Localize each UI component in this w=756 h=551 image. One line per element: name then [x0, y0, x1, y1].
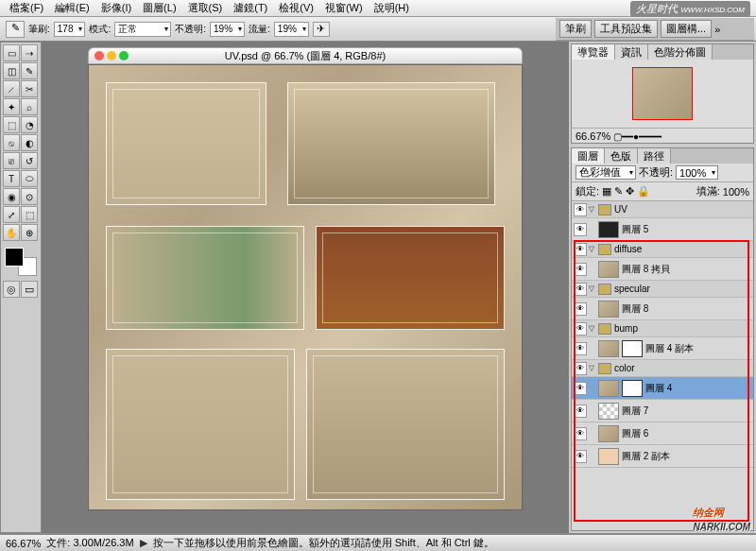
opacity-dropdown[interactable]: 19%: [210, 22, 245, 37]
tool-20[interactable]: ✋: [3, 224, 20, 241]
layer-group[interactable]: 👁▽specular: [572, 281, 753, 298]
color-swatches[interactable]: [3, 246, 39, 278]
layer-row[interactable]: 👁圖層 4: [572, 377, 753, 400]
tab-channels[interactable]: 色版: [605, 148, 638, 164]
tool-11[interactable]: ◐: [21, 134, 38, 151]
tool-4[interactable]: ⟋: [3, 80, 20, 97]
visibility-icon[interactable]: 👁: [574, 382, 587, 395]
layer-group[interactable]: 👁▽color: [572, 360, 753, 377]
menu-window[interactable]: 視窗(W): [319, 1, 369, 15]
status-zoom[interactable]: 66.67%: [6, 538, 41, 549]
tool-17[interactable]: ⊙: [21, 188, 38, 205]
visibility-icon[interactable]: 👁: [574, 427, 587, 440]
flow-dropdown[interactable]: 19%: [274, 22, 309, 37]
visibility-icon[interactable]: 👁: [574, 223, 587, 236]
tab-paths[interactable]: 路徑: [638, 148, 671, 164]
layer-thumb[interactable]: [598, 425, 619, 442]
menu-filter[interactable]: 濾鏡(T): [228, 1, 273, 15]
fold-icon[interactable]: ▽: [589, 364, 598, 372]
tool-13[interactable]: ↺: [21, 152, 38, 169]
tool-12[interactable]: ⎚: [3, 152, 20, 169]
document-titlebar[interactable]: UV.psd @ 66.7% (圖層 4, RGB/8#): [88, 47, 523, 64]
well-brush[interactable]: 筆刷: [559, 20, 592, 38]
layer-blend-dropdown[interactable]: 色彩增值: [576, 165, 636, 180]
tool-0[interactable]: ▭: [3, 44, 20, 61]
fold-icon[interactable]: ▽: [589, 245, 598, 253]
screenmode-icon[interactable]: ▭: [21, 281, 38, 298]
layer-row[interactable]: 👁圖層 8: [572, 298, 753, 320]
quickmask-icon[interactable]: ◎: [3, 281, 20, 298]
layer-mask-thumb[interactable]: [622, 380, 643, 397]
tool-1[interactable]: ⇢: [21, 44, 38, 61]
tool-10[interactable]: ⍉: [3, 134, 20, 151]
layer-thumb[interactable]: [598, 221, 619, 238]
lock-move-icon[interactable]: ✥: [626, 185, 634, 198]
visibility-icon[interactable]: 👁: [574, 302, 587, 316]
tool-2[interactable]: ◫: [3, 62, 20, 79]
visibility-icon[interactable]: 👁: [574, 203, 587, 216]
layer-row[interactable]: 👁圖層 4 副本: [572, 337, 753, 360]
layer-row[interactable]: 👁圖層 7: [572, 400, 753, 422]
layer-group[interactable]: 👁▽diffuse: [572, 241, 753, 258]
layer-group[interactable]: 👁▽bump: [572, 320, 753, 337]
menu-edit[interactable]: 編輯(E): [49, 1, 95, 15]
lock-all-icon[interactable]: 🔒: [637, 185, 650, 198]
tool-19[interactable]: ⬚: [21, 206, 38, 223]
well-comps[interactable]: 圖層構...: [661, 20, 712, 38]
layer-group[interactable]: 👁▽UV: [572, 201, 753, 218]
visibility-icon[interactable]: 👁: [574, 283, 587, 296]
tab-layers[interactable]: 圖層: [572, 148, 605, 164]
layer-thumb[interactable]: [598, 380, 619, 397]
visibility-icon[interactable]: 👁: [574, 342, 587, 355]
lock-paint-icon[interactable]: ✎: [614, 185, 623, 198]
tool-5[interactable]: ✂: [21, 80, 38, 97]
menu-layer[interactable]: 圖層(L): [137, 1, 181, 15]
tool-3[interactable]: ✎: [21, 62, 38, 79]
traffic-lights[interactable]: [94, 51, 129, 60]
layer-thumb[interactable]: [598, 340, 619, 357]
visibility-icon[interactable]: 👁: [574, 322, 587, 336]
menu-file[interactable]: 檔案(F): [4, 1, 49, 15]
layer-opacity-dropdown[interactable]: 100%: [676, 165, 718, 180]
visibility-icon[interactable]: 👁: [574, 450, 587, 463]
layer-row[interactable]: 👁圖層 8 拷貝: [572, 258, 753, 281]
navigator-thumb[interactable]: [632, 67, 693, 120]
tool-9[interactable]: ◔: [21, 116, 38, 133]
layer-row[interactable]: 👁圖層 6: [572, 422, 753, 445]
tool-18[interactable]: ⤢: [3, 206, 20, 223]
tool-15[interactable]: ⬭: [21, 170, 38, 187]
canvas[interactable]: [88, 64, 523, 510]
lock-transparency-icon[interactable]: ▦: [602, 185, 611, 198]
airbrush-icon[interactable]: ✈: [313, 22, 330, 37]
tool-14[interactable]: T: [3, 170, 20, 187]
tab-navigator[interactable]: 導覽器: [572, 44, 615, 60]
tool-16[interactable]: ◉: [3, 188, 20, 205]
layer-row[interactable]: 👁圖層 5: [572, 218, 753, 241]
menu-help[interactable]: 說明(H): [369, 1, 415, 15]
well-more[interactable]: »: [714, 24, 720, 35]
layer-mask-thumb[interactable]: [622, 340, 643, 357]
layer-thumb[interactable]: [598, 448, 619, 465]
layer-row[interactable]: 👁圖層 2 副本: [572, 445, 753, 468]
layer-list[interactable]: 👁▽UV👁圖層 5👁▽diffuse👁圖層 8 拷貝👁▽specular👁圖層 …: [572, 201, 753, 530]
visibility-icon[interactable]: 👁: [574, 362, 587, 375]
visibility-icon[interactable]: 👁: [574, 263, 587, 276]
layer-thumb[interactable]: [598, 301, 619, 318]
tool-8[interactable]: ⬚: [3, 116, 20, 133]
layer-thumb[interactable]: [598, 261, 619, 278]
tab-info[interactable]: 資訊: [615, 44, 648, 60]
tool-6[interactable]: ✦: [3, 98, 20, 115]
menu-image[interactable]: 影像(I): [95, 1, 137, 15]
tool-21[interactable]: ⊕: [21, 224, 38, 241]
tab-histogram[interactable]: 色階分佈圖: [648, 44, 713, 60]
tool-7[interactable]: ⌕: [21, 98, 38, 115]
brush-size-dropdown[interactable]: 178: [54, 22, 86, 37]
navigator-zoom[interactable]: 66.67%: [576, 130, 610, 142]
visibility-icon[interactable]: 👁: [574, 243, 587, 256]
fold-icon[interactable]: ▽: [589, 284, 598, 293]
menu-view[interactable]: 檢視(V): [273, 1, 319, 15]
fg-color[interactable]: [5, 248, 24, 267]
fold-icon[interactable]: ▽: [589, 324, 598, 333]
fold-icon[interactable]: ▽: [589, 205, 598, 214]
fill-dropdown[interactable]: 100%: [723, 186, 749, 198]
